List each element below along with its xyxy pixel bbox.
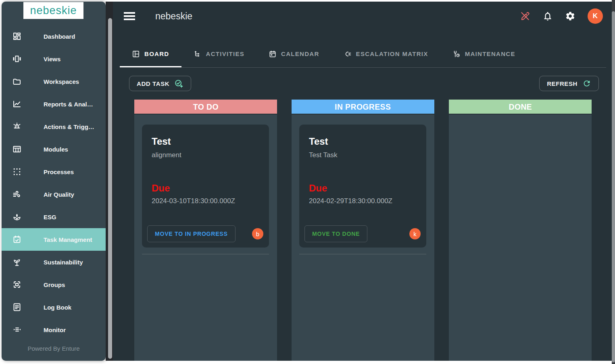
column-header-in-progress: IN PROGRESS — [292, 100, 434, 114]
sidebar-item-esg[interactable]: ESG — [2, 206, 106, 228]
sidebar-item-label: Reports & Anal… — [44, 101, 93, 108]
tab-activities[interactable]: ACTIVITIES — [181, 40, 257, 67]
task-card-actions: MOVE TO IN PROGRESS b — [147, 225, 263, 242]
board-column-todo: TO DO Test alignment Due 2024-03-10T18:3… — [134, 100, 277, 361]
sidebar-item-label: Actions & Trigg… — [44, 123, 94, 130]
sidebar-item-monitor[interactable]: Monitor — [2, 318, 106, 341]
task-card-actions: MOVE TO DONE k — [304, 225, 421, 242]
calendar-check-icon — [12, 235, 22, 244]
sidebar-item-label: Modules — [44, 146, 68, 153]
tab-escalation-matrix[interactable]: ESCALATION MATRIX — [331, 40, 440, 67]
sidebar-item-reports[interactable]: Reports & Anal… — [2, 93, 106, 115]
main-content: nebeskie K BOARD — [113, 2, 612, 361]
wind-icon — [12, 189, 22, 199]
tab-label: BOARD — [144, 50, 169, 57]
tab-board[interactable]: BOARD — [120, 40, 181, 67]
board-column-done: DONE — [449, 100, 592, 361]
topbar-actions: K — [520, 8, 603, 24]
add-task-button[interactable]: ADD TASK — [129, 76, 191, 91]
monitor-lines-icon — [12, 325, 22, 335]
activities-icon — [194, 50, 202, 58]
add-task-check-icon — [174, 79, 183, 88]
tab-label: MAINTENANCE — [465, 50, 515, 57]
tab-label: ACTIVITIES — [206, 50, 245, 57]
sidebar-item-label: Task Managment — [44, 236, 92, 243]
sidebar-item-label: Processes — [44, 168, 74, 175]
kanban-board: TO DO Test alignment Due 2024-03-10T18:3… — [134, 100, 592, 361]
column-header-done: DONE — [449, 100, 592, 114]
due-date: 2024-02-29T18:30:00.000Z — [309, 197, 417, 205]
document-icon — [12, 302, 22, 312]
window-scrollbar-thumb[interactable] — [612, 11, 615, 362]
edit-off-icon[interactable] — [520, 11, 530, 21]
column-body-todo: Test alignment Due 2024-03-10T18:30:00.0… — [134, 114, 277, 361]
move-to-done-button[interactable]: MOVE TO DONE — [304, 225, 367, 242]
board-icon — [132, 50, 140, 58]
tab-calendar[interactable]: CALENDAR — [256, 40, 331, 67]
sidebar-item-label: Log Book — [44, 304, 71, 311]
sidebar-item-actions-triggers[interactable]: Actions & Trigg… — [2, 115, 106, 138]
sidebar-item-air-quality[interactable]: Air Quality — [2, 183, 106, 206]
sidebar-item-task-management[interactable]: Task Managment — [2, 228, 106, 251]
sidebar-item-dashboard[interactable]: Dashboard — [2, 25, 106, 48]
column-body-in-progress: Test Test Task Due 2024-02-29T18:30:00.0… — [292, 114, 434, 361]
sidebar-scrollbar-thumb[interactable] — [108, 18, 112, 359]
calendar-icon — [269, 50, 277, 58]
sidebar-item-views[interactable]: Views — [2, 48, 106, 70]
assignee-avatar: b — [252, 228, 263, 239]
task-description: Test Task — [309, 151, 417, 159]
task-card-content: Test alignment Due 2024-03-10T18:30:00.0… — [142, 125, 269, 205]
refresh-label: REFRESH — [547, 80, 577, 87]
sidebar-item-log-book[interactable]: Log Book — [2, 296, 106, 318]
menu-icon[interactable] — [124, 12, 135, 20]
add-task-label: ADD TASK — [137, 80, 169, 87]
topbar: nebeskie K — [113, 2, 612, 31]
sidebar-item-processes[interactable]: Processes — [2, 160, 106, 183]
sidebar-item-label: Monitor — [44, 327, 66, 333]
sidebar-item-sustainability[interactable]: Sustainability — [2, 251, 106, 273]
sidebar-nav: Dashboard Views Workspaces Reports & Ana… — [2, 25, 106, 341]
sidebar-item-label: Workspaces — [44, 78, 79, 85]
sidebar-item-label: Air Quality — [44, 191, 74, 198]
maintenance-icon — [452, 50, 461, 58]
sidebar-item-label: Sustainability — [44, 259, 83, 266]
page-title: nebeskie — [155, 11, 192, 22]
sidebar-item-workspaces[interactable]: Workspaces — [2, 70, 106, 93]
sidebar-item-label: ESG — [44, 214, 56, 220]
views-icon — [12, 54, 22, 64]
move-to-in-progress-button[interactable]: MOVE TO IN PROGRESS — [147, 225, 236, 242]
escalation-matrix-icon — [344, 50, 352, 58]
user-avatar[interactable]: K — [588, 8, 603, 24]
tab-maintenance[interactable]: MAINTENANCE — [440, 40, 527, 67]
page: nebeskie Dashboard Views Workspaces — [0, 0, 615, 364]
board-column-in-progress: IN PROGRESS Test Test Task Due 2024-02-2… — [292, 100, 434, 361]
task-card[interactable]: Test Test Task Due 2024-02-29T18:30:00.0… — [299, 125, 426, 248]
alarm-light-icon — [12, 122, 22, 131]
dots-grid-icon — [12, 167, 22, 177]
sidebar: nebeskie Dashboard Views Workspaces — [2, 2, 106, 361]
column-header-todo: TO DO — [134, 100, 277, 114]
task-card[interactable]: Test alignment Due 2024-03-10T18:30:00.0… — [142, 125, 269, 248]
folder-icon — [12, 77, 22, 86]
assignee-avatar: k — [409, 228, 421, 239]
board-toolbar: ADD TASK REFRESH — [129, 76, 599, 91]
powered-by-text: Powered By Enture — [2, 345, 106, 352]
sidebar-item-modules[interactable]: Modules — [2, 138, 106, 160]
tab-label: ESCALATION MATRIX — [356, 50, 428, 57]
tabs-bar: BOARD ACTIVITIES CALENDAR ESCALATION MAT… — [120, 40, 606, 68]
card-divider — [299, 254, 426, 254]
plant-icon — [12, 257, 22, 267]
task-description: alignment — [152, 151, 259, 159]
task-title: Test — [309, 136, 417, 147]
logo-text: nebeskie — [30, 4, 77, 17]
notifications-icon[interactable] — [542, 11, 553, 21]
dashboard-icon — [12, 31, 22, 41]
due-date: 2024-03-10T18:30:00.000Z — [152, 197, 259, 205]
sidebar-item-groups[interactable]: Groups — [2, 273, 106, 296]
task-title: Test — [152, 136, 259, 147]
due-label: Due — [309, 183, 417, 194]
refresh-button[interactable]: REFRESH — [539, 76, 599, 91]
settings-icon[interactable] — [565, 11, 575, 21]
table-icon — [12, 144, 22, 154]
spa-leaf-icon — [12, 212, 22, 222]
